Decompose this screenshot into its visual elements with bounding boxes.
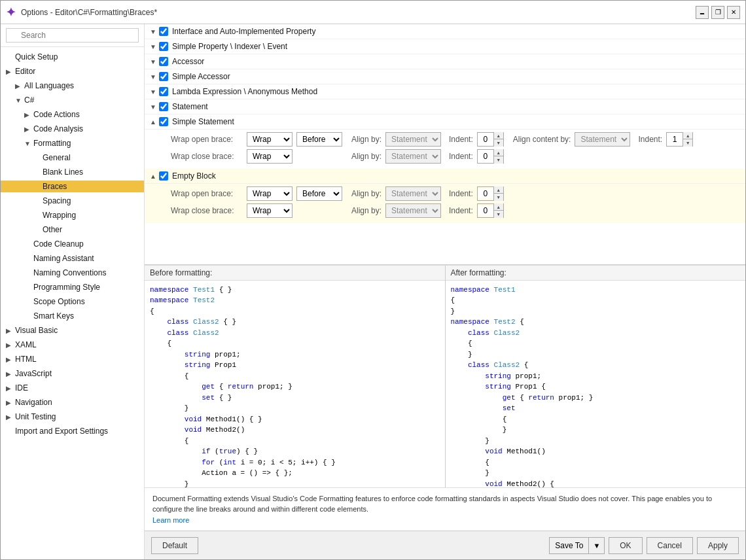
sidebar-item-general[interactable]: General [1, 150, 144, 165]
sidebar-item-quick-setup[interactable]: Quick Setup [1, 50, 144, 64]
spin-down3[interactable]: ▼ [494, 156, 503, 164]
checkbox-accessor[interactable] [159, 57, 168, 66]
spin-down4[interactable]: ▼ [494, 194, 503, 201]
ok-button[interactable]: OK [609, 537, 642, 554]
spin-down5[interactable]: ▼ [494, 211, 503, 218]
search-input[interactable] [6, 28, 139, 43]
bottom-right: Save To ▼ OK Cancel Apply [549, 537, 739, 554]
sidebar-item-wrapping[interactable]: Wrapping [1, 208, 144, 222]
sidebar-item-all-languages[interactable]: ▶ All Languages [1, 79, 144, 93]
indent-spinner[interactable]: ▲ ▼ [477, 132, 504, 147]
empty-indent-close-value[interactable] [478, 206, 493, 215]
spin-up3[interactable]: ▲ [494, 149, 503, 156]
indent-content-value[interactable] [667, 135, 683, 144]
before-select[interactable]: Before [296, 132, 342, 147]
minimize-button[interactable]: 🗕 [696, 6, 709, 19]
checkbox-statement[interactable] [159, 102, 168, 111]
before-label: Before formatting: [145, 266, 445, 281]
spin-up5[interactable]: ▲ [494, 203, 503, 211]
default-button[interactable]: Default [151, 537, 198, 554]
sidebar-item-spacing[interactable]: Spacing [1, 194, 144, 208]
sidebar-item-csharp[interactable]: ▼ C# [1, 93, 144, 107]
option-statement[interactable]: ▼ Statement [145, 99, 745, 114]
indent-close-value[interactable] [478, 152, 493, 161]
checkbox-simple-property[interactable] [159, 42, 168, 51]
sidebar-item-scope-options[interactable]: Scope Options [1, 294, 144, 309]
sidebar-item-editor[interactable]: ▶ Editor [1, 64, 144, 79]
arrow-icon: ▶ [6, 399, 15, 406]
title-bar: ✦ Options - Editor\C#\Formatting\Braces*… [1, 1, 745, 24]
sidebar-item-smart-keys[interactable]: Smart Keys [1, 309, 144, 323]
option-empty-block[interactable]: ▲ Empty Block [145, 169, 745, 184]
align-close-select[interactable]: Statement [385, 149, 441, 164]
sub-row-empty-open: Wrap open brace: Wrap Before Align by: S… [171, 186, 740, 201]
learn-more-link[interactable]: Learn more [152, 516, 189, 524]
sidebar-item-xaml[interactable]: ▶ XAML [1, 338, 144, 352]
sidebar-item-javascript[interactable]: ▶ JavaScript [1, 366, 144, 381]
sidebar-item-html[interactable]: ▶ HTML [1, 352, 144, 366]
arrow-icon: ▶ [24, 126, 33, 133]
sidebar-item-programming-style[interactable]: Programming Style [1, 280, 144, 294]
arrow-icon: ▶ [6, 341, 15, 349]
option-simple-statement[interactable]: ▲ Simple Statement [145, 114, 745, 130]
indent-close-spinner[interactable]: ▲ ▼ [477, 149, 504, 164]
sidebar-item-code-cleanup[interactable]: Code Cleanup [1, 237, 144, 251]
description-bar: Document Formatting extends Visual Studi… [145, 487, 745, 531]
option-simple-property[interactable]: ▼ Simple Property \ Indexer \ Event [145, 39, 745, 54]
sidebar-item-naming-assistant[interactable]: Naming Assistant [1, 251, 144, 266]
checkbox-simple-accessor[interactable] [159, 72, 168, 81]
option-accessor[interactable]: ▼ Accessor [145, 54, 745, 69]
sidebar-item-navigation[interactable]: ▶ Navigation [1, 395, 144, 410]
option-simple-accessor[interactable]: ▼ Simple Accessor [145, 69, 745, 84]
spin-up2[interactable]: ▲ [683, 132, 692, 139]
empty-before-select[interactable]: Before [296, 186, 342, 201]
spin-up[interactable]: ▲ [494, 132, 503, 139]
indent-content-spinner[interactable]: ▲ ▼ [666, 132, 693, 147]
right-panel: ▼ Interface and Auto-Implemented Propert… [145, 24, 745, 559]
sidebar-item-unit-testing[interactable]: ▶ Unit Testing [1, 410, 144, 424]
spin-down[interactable]: ▼ [494, 139, 503, 147]
sidebar-tree: Quick Setup ▶ Editor ▶ All Languages [1, 47, 144, 559]
sidebar-item-code-actions[interactable]: ▶ Code Actions [1, 107, 144, 122]
option-interface-auto[interactable]: ▼ Interface and Auto-Implemented Propert… [145, 24, 745, 39]
spin-down2[interactable]: ▼ [683, 139, 692, 147]
sidebar-item-code-analysis[interactable]: ▶ Code Analysis [1, 122, 144, 136]
spin-up4[interactable]: ▲ [494, 186, 503, 194]
empty-align-select[interactable]: Statement [385, 186, 441, 201]
sidebar-item-formatting[interactable]: ▼ Formatting [1, 136, 144, 150]
apply-button[interactable]: Apply [697, 537, 739, 554]
checkbox-simple-statement[interactable] [159, 117, 168, 126]
save-to-button[interactable]: Save To [549, 537, 588, 554]
empty-indent-spinner[interactable]: ▲ ▼ [477, 186, 504, 201]
close-button[interactable]: ✕ [727, 6, 740, 19]
wrap-open-select[interactable]: Wrap [247, 132, 293, 147]
sidebar-item-import-export[interactable]: Import and Export Settings [1, 424, 144, 438]
align-by-select[interactable]: Statement [385, 132, 441, 147]
after-pane: After formatting: namespace Test1 { } na… [446, 266, 746, 487]
sidebar-item-naming-conventions[interactable]: Naming Conventions [1, 266, 144, 280]
arrow-icon: ▶ [6, 370, 15, 377]
after-code-scroll[interactable]: namespace Test1 { } namespace Test2 { cl… [446, 281, 746, 487]
before-code-scroll[interactable]: namespace Test1 { } namespace Test2 { cl… [145, 281, 445, 487]
wrap-close-select[interactable]: Wrap [247, 149, 293, 164]
empty-indent-close-spinner[interactable]: ▲ ▼ [477, 203, 504, 218]
empty-wrap-open-select[interactable]: Wrap [247, 186, 293, 201]
sidebar-item-visual-basic[interactable]: ▶ Visual Basic [1, 323, 144, 338]
option-lambda[interactable]: ▼ Lambda Expression \ Anonymous Method [145, 84, 745, 99]
checkbox-empty-block[interactable] [159, 171, 168, 181]
empty-align-close-select[interactable]: Statement [385, 203, 441, 218]
checkbox-interface-auto[interactable] [159, 27, 168, 36]
sidebar-item-ide[interactable]: ▶ IDE [1, 381, 144, 395]
maximize-button[interactable]: ❐ [711, 6, 724, 19]
sidebar-item-braces[interactable]: Braces [1, 179, 144, 194]
save-to-arrow-button[interactable]: ▼ [588, 537, 605, 554]
empty-indent-value[interactable] [478, 189, 493, 198]
empty-wrap-close-select[interactable]: Wrap [247, 203, 293, 218]
indent-value[interactable] [478, 135, 493, 144]
sidebar-item-other[interactable]: Other [1, 222, 144, 237]
align-content-select[interactable]: Statement [575, 132, 630, 147]
checkbox-lambda[interactable] [159, 87, 168, 96]
cancel-button[interactable]: Cancel [647, 537, 693, 554]
sidebar-item-blank-lines[interactable]: Blank Lines [1, 165, 144, 179]
title-bar-left: ✦ Options - Editor\C#\Formatting\Braces* [6, 5, 157, 20]
